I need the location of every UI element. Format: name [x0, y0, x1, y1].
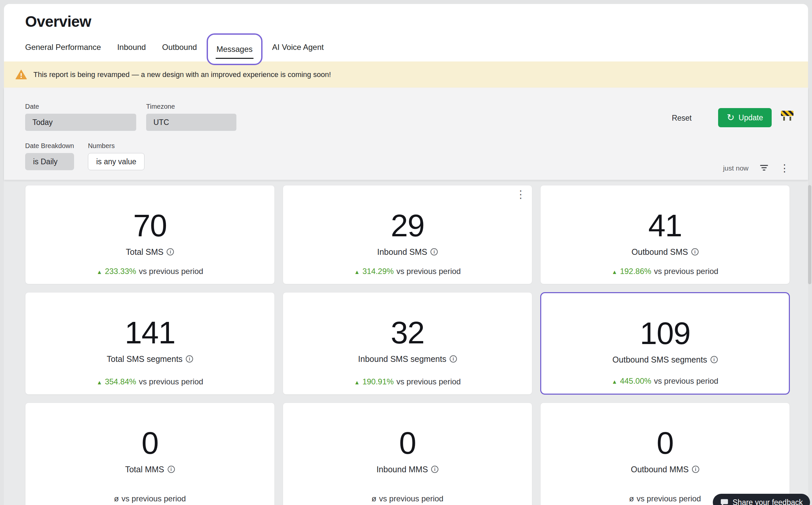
metric-card-inbound-sms: ⋮ 29 Inbound SMS i ▲ 314.29% vs previous… [283, 185, 532, 284]
tab-inbound[interactable]: Inbound [117, 43, 146, 52]
card-menu-icon[interactable]: ⋮ [515, 189, 526, 200]
delta-row: ▲ 233.33% vs previous period [97, 267, 203, 281]
metric-value: 70 [133, 208, 167, 243]
delta-percent: 192.86% [620, 267, 651, 276]
metric-label-row: Inbound SMS segments i [358, 354, 457, 364]
filter-icon[interactable] [760, 165, 768, 172]
metric-label-row: Total SMS segments i [107, 354, 193, 364]
numbers-chip[interactable]: is any value [88, 153, 145, 170]
delta-null-icon: ø [629, 494, 634, 503]
metric-label-row: Outbound SMS segments i [612, 355, 717, 364]
dashboard-content: 70 Total SMS i ▲ 233.33% vs previous per… [4, 180, 808, 505]
info-icon[interactable]: i [692, 466, 699, 473]
metric-label: Outbound SMS segments [612, 355, 707, 364]
timezone-filter-label: Timezone [146, 103, 236, 111]
update-button[interactable]: ↻ Update [718, 108, 772, 127]
metric-card-outbound-sms: 41 Outbound SMS i ▲ 192.86% vs previous … [540, 185, 790, 284]
delta-suffix: vs previous period [379, 494, 443, 503]
date-breakdown-label: Date Breakdown [25, 142, 74, 150]
timezone-filter: Timezone UTC [146, 103, 236, 131]
delta-up-icon: ▲ [354, 269, 360, 276]
more-options-icon[interactable]: ⋮ [780, 163, 790, 173]
metric-label-row: Total MMS i [125, 464, 175, 474]
date-filter: Date Today [25, 103, 136, 131]
delta-suffix: vs previous period [654, 267, 718, 276]
metric-card-inbound-mms: 0 Inbound MMS i ø vs previous period [283, 402, 532, 505]
metric-card-outbound-sms-segments[interactable]: 109 Outbound SMS segments i ▲ 445.00% vs… [540, 292, 790, 394]
metric-card-inbound-sms-segments: 32 Inbound SMS segments i ▲ 190.91% vs p… [283, 292, 532, 394]
dashboard-app: Overview General Performance Inbound Out… [4, 4, 808, 505]
delta-up-icon: ▲ [97, 379, 102, 386]
metric-card-total-sms: 70 Total SMS i ▲ 233.33% vs previous per… [25, 185, 275, 284]
info-icon[interactable]: i [691, 248, 698, 256]
header: Overview General Performance Inbound Out… [4, 4, 808, 61]
tab-general-performance[interactable]: General Performance [25, 43, 101, 52]
info-icon[interactable]: i [167, 248, 174, 256]
delta-row: ▲ 445.00% vs previous period [612, 376, 718, 390]
delta-percent: 354.84% [105, 377, 136, 386]
metric-label: Inbound MMS [376, 464, 428, 474]
feedback-button[interactable]: Share your feedback [713, 494, 810, 505]
metric-label: Inbound SMS segments [358, 354, 446, 364]
construction-icon [781, 111, 794, 121]
metric-card-outbound-mms: 0 Outbound MMS i ø vs previous period [540, 402, 790, 505]
date-breakdown-chip[interactable]: is Daily [25, 153, 74, 170]
metric-label: Total MMS [125, 464, 164, 474]
metric-grid: 70 Total SMS i ▲ 233.33% vs previous per… [25, 185, 790, 505]
last-refreshed-text: just now [723, 164, 749, 172]
delta-suffix: vs previous period [654, 376, 718, 386]
info-icon[interactable]: i [431, 466, 439, 473]
feedback-button-label: Share your feedback [733, 498, 803, 505]
delta-up-icon: ▲ [354, 379, 360, 386]
metric-label-row: Total SMS i [126, 247, 174, 257]
metric-value: 0 [399, 426, 416, 460]
date-input[interactable]: Today [25, 114, 136, 131]
info-icon[interactable]: i [168, 466, 175, 473]
info-icon[interactable]: i [431, 248, 438, 256]
numbers-filter: Numbers is any value [88, 142, 145, 170]
tab-messages[interactable]: Messages [207, 33, 263, 65]
metric-value: 0 [142, 426, 158, 460]
numbers-label: Numbers [88, 142, 145, 150]
delta-suffix: vs previous period [121, 494, 186, 503]
delta-percent: 233.33% [105, 267, 136, 276]
delta-row: ø vs previous period [372, 494, 443, 505]
tab-outbound[interactable]: Outbound [162, 43, 197, 52]
delta-row: ▲ 314.29% vs previous period [354, 267, 461, 281]
metric-label: Total SMS segments [107, 354, 182, 364]
warning-icon [16, 70, 27, 79]
metric-value: 109 [640, 316, 690, 351]
delta-suffix: vs previous period [139, 377, 203, 386]
scrollbar-thumb[interactable] [808, 185, 811, 284]
delta-percent: 445.00% [620, 376, 651, 386]
delta-row: ø vs previous period [629, 494, 701, 505]
delta-row: ▲ 190.91% vs previous period [354, 377, 461, 391]
info-icon[interactable]: i [186, 355, 193, 363]
reset-button[interactable]: Reset [670, 113, 694, 123]
filter-bar: Date Today Timezone UTC Date Breakdown i… [4, 88, 808, 180]
delta-row: ▲ 192.86% vs previous period [612, 267, 718, 281]
filter-row-2: Date Breakdown is Daily Numbers is any v… [25, 142, 808, 170]
revamp-banner: This report is being revamped — a new de… [4, 61, 808, 88]
delta-percent: 190.91% [362, 377, 394, 386]
update-button-label: Update [739, 113, 763, 122]
metric-label: Outbound SMS [632, 247, 688, 257]
metric-label: Outbound MMS [631, 464, 689, 474]
info-icon[interactable]: i [710, 356, 718, 363]
metric-label: Total SMS [126, 247, 164, 257]
metric-value: 0 [657, 426, 673, 460]
delta-null-icon: ø [114, 494, 119, 503]
date-filter-label: Date [25, 103, 136, 111]
info-icon[interactable]: i [450, 355, 457, 363]
tab-ai-voice-agent[interactable]: AI Voice Agent [272, 43, 324, 52]
delta-suffix: vs previous period [396, 377, 461, 386]
refresh-icon: ↻ [727, 113, 734, 122]
tab-bar: General Performance Inbound Outbound Mes… [25, 36, 808, 58]
delta-suffix: vs previous period [636, 494, 701, 503]
metric-label-row: Inbound MMS i [376, 464, 439, 474]
metric-value: 32 [391, 316, 425, 350]
page-title: Overview [25, 13, 808, 30]
metric-value: 41 [648, 208, 682, 243]
timezone-input[interactable]: UTC [146, 114, 236, 131]
metric-label-row: Outbound SMS i [632, 247, 698, 257]
